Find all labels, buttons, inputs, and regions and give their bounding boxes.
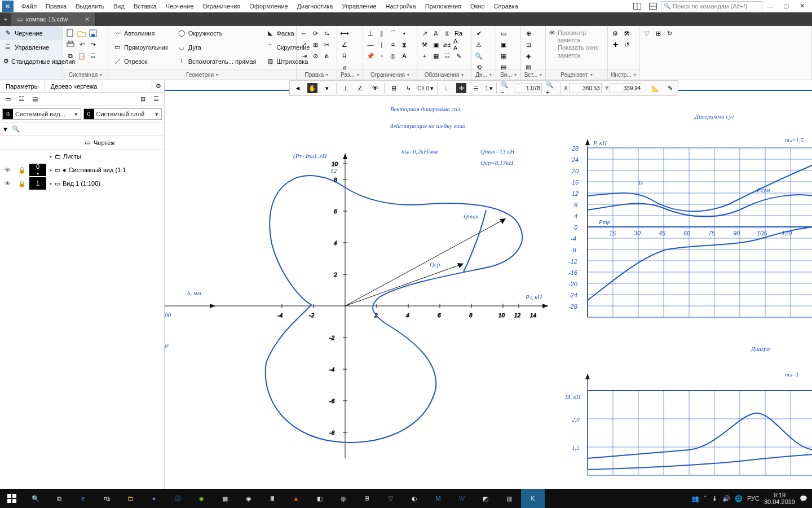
menu-format[interactable]: Оформление: [245, 3, 292, 10]
view3-icon[interactable]: ▦: [498, 51, 509, 61]
panel-settings-icon[interactable]: ⚙: [152, 80, 164, 92]
notifications-icon[interactable]: 💬: [800, 495, 807, 502]
mode-drafting[interactable]: Черчение: [15, 30, 43, 37]
network-icon[interactable]: 🌐: [735, 495, 743, 502]
menu-insert[interactable]: Вставка: [129, 3, 161, 10]
tray-caret-icon[interactable]: ˄: [704, 495, 707, 502]
constr-perp-icon[interactable]: ⊥: [365, 28, 376, 38]
open-icon[interactable]: [77, 28, 87, 38]
constr-conc-icon[interactable]: ◎: [388, 51, 398, 61]
constr-horiz-icon[interactable]: —: [365, 40, 376, 50]
copy-icon[interactable]: ⧉: [65, 51, 76, 61]
app1-icon[interactable]: ▦: [213, 489, 237, 508]
tree-icon-2[interactable]: ☱: [16, 94, 27, 104]
tree-icon-5[interactable]: ☰: [151, 94, 161, 104]
explorer-icon[interactable]: 🗀: [118, 489, 142, 508]
wot-icon[interactable]: ⛨: [355, 489, 379, 508]
app2-icon[interactable]: ◧: [308, 489, 332, 508]
perp-icon[interactable]: ⊥: [341, 83, 351, 93]
clock[interactable]: 9:19 30.04.2019: [764, 492, 795, 505]
tree-view-1[interactable]: Вид 1 (1:100): [63, 180, 100, 187]
menu-apps[interactable]: Приложения: [421, 3, 466, 10]
ribbon-group-edit[interactable]: Правка: [297, 69, 337, 80]
ribbon-group-insert[interactable]: Вст...: [521, 69, 545, 80]
wow-icon[interactable]: ♡: [379, 489, 403, 508]
menu-settings[interactable]: Настройка: [381, 3, 421, 10]
system-tray[interactable]: 👥 ˄ 🌡 🔊 🌐 РУС 9:19 30.04.2019 💬: [687, 492, 812, 505]
panel-tab-params[interactable]: Параметры: [0, 80, 45, 92]
ins2-icon[interactable]: ⊡: [523, 40, 533, 50]
constr-sym-icon[interactable]: ⧗: [399, 40, 409, 50]
zoom-out-icon[interactable]: 🔍−: [501, 83, 511, 93]
move-icon[interactable]: ↔: [299, 28, 309, 38]
axis-icon[interactable]: ↳: [403, 83, 413, 93]
grid-icon[interactable]: ⊞: [389, 83, 399, 93]
extend-icon[interactable]: ⇥: [299, 51, 309, 61]
weld-icon[interactable]: ⚒: [420, 40, 430, 50]
ts-icon[interactable]: ◐: [403, 489, 426, 508]
tool2-icon[interactable]: 🛠: [621, 28, 632, 38]
review-title[interactable]: Просмотр заметок: [558, 29, 604, 44]
chevron-down-icon[interactable]: ▾: [489, 85, 493, 92]
snap-icon[interactable]: ✛: [456, 83, 466, 93]
constr-mid-icon[interactable]: ◦: [377, 51, 387, 61]
menu-help[interactable]: Справка: [489, 3, 523, 10]
layout-toggle-1-icon[interactable]: [629, 1, 645, 12]
trim-icon[interactable]: ✂: [321, 40, 332, 50]
visibility-toggle[interactable]: 👁: [0, 167, 15, 173]
text-icon[interactable]: A: [431, 28, 441, 38]
scale-field[interactable]: 1: [485, 85, 488, 91]
datum-icon[interactable]: ▣: [431, 40, 441, 50]
angle-icon[interactable]: ∠: [355, 83, 365, 93]
calc-icon[interactable]: 🖩: [261, 489, 284, 508]
ribbon-group-constraints[interactable]: Ограничения: [363, 69, 417, 80]
taskview-icon[interactable]: ⧉: [47, 489, 71, 508]
tol-icon[interactable]: ⌀±: [442, 40, 452, 50]
diag3-icon[interactable]: 🔍: [474, 51, 484, 61]
chevron-down-icon[interactable]: ▾: [430, 85, 434, 92]
tool-helper-line[interactable]: ⁞Вспомогатель... прямая: [176, 57, 258, 66]
diag2-icon[interactable]: ⚠: [474, 40, 484, 50]
break-icon[interactable]: ⊘: [310, 51, 320, 61]
malware-icon[interactable]: M: [426, 489, 450, 508]
ribbon-group-tools[interactable]: Инстр...: [608, 69, 639, 80]
ribbon-group-geometry[interactable]: Геометрия: [108, 69, 296, 80]
drawing-canvas[interactable]: Векторная диаграмма сил, действующих на …: [165, 80, 812, 489]
new-tab-button[interactable]: +: [0, 12, 11, 26]
close-button[interactable]: ✕: [794, 1, 810, 12]
ribbon-group-views[interactable]: Ви...: [496, 69, 520, 80]
eyedropper-icon[interactable]: ✎: [665, 83, 675, 93]
filter-icon[interactable]: ▼: [2, 126, 8, 133]
tool-arc[interactable]: ◡Дуга: [176, 43, 202, 52]
minimize-button[interactable]: —: [762, 1, 778, 12]
steam-icon[interactable]: ◍: [332, 489, 355, 508]
tool-circle[interactable]: ◯Окружность: [176, 29, 224, 38]
scale-icon[interactable]: ⤢: [299, 40, 309, 50]
save-icon[interactable]: [88, 28, 98, 38]
nvidia-icon[interactable]: ◆: [189, 489, 213, 508]
ortho-icon[interactable]: ∟: [442, 83, 452, 93]
ins1-icon[interactable]: ⊕: [523, 28, 533, 38]
search-icon[interactable]: 🔍: [24, 489, 47, 508]
rotate-icon[interactable]: ⟳: [310, 28, 320, 38]
lang-indicator[interactable]: РУС: [747, 495, 760, 502]
print-icon[interactable]: [65, 40, 76, 50]
tree-icon-3[interactable]: ▤: [30, 94, 40, 104]
view2-icon[interactable]: ▣: [498, 40, 509, 50]
tool4-icon[interactable]: ↺: [621, 40, 632, 50]
layer-combo[interactable]: 0 Системный слой ▾: [83, 108, 162, 120]
bom-icon[interactable]: ☷: [442, 51, 452, 61]
layer-icon[interactable]: ☰: [471, 83, 481, 93]
mirror-icon[interactable]: ⇋: [321, 28, 332, 38]
paste-icon[interactable]: 📋: [77, 51, 87, 61]
zona-icon[interactable]: Ⓩ: [166, 489, 189, 508]
copyarr-icon[interactable]: ⊞: [310, 40, 320, 50]
ribbon-group-dim[interactable]: Раз...: [337, 69, 363, 80]
section-icon[interactable]: A-A: [453, 40, 464, 50]
constr-tangent-icon[interactable]: ⌒: [388, 28, 398, 38]
vlc-icon[interactable]: ▲: [284, 489, 308, 508]
undo-icon[interactable]: ↶: [77, 40, 87, 50]
mode-manage[interactable]: Управление: [15, 44, 49, 51]
ins3-icon[interactable]: ◈: [523, 51, 533, 61]
notes-view-icon[interactable]: 👁: [549, 29, 555, 59]
